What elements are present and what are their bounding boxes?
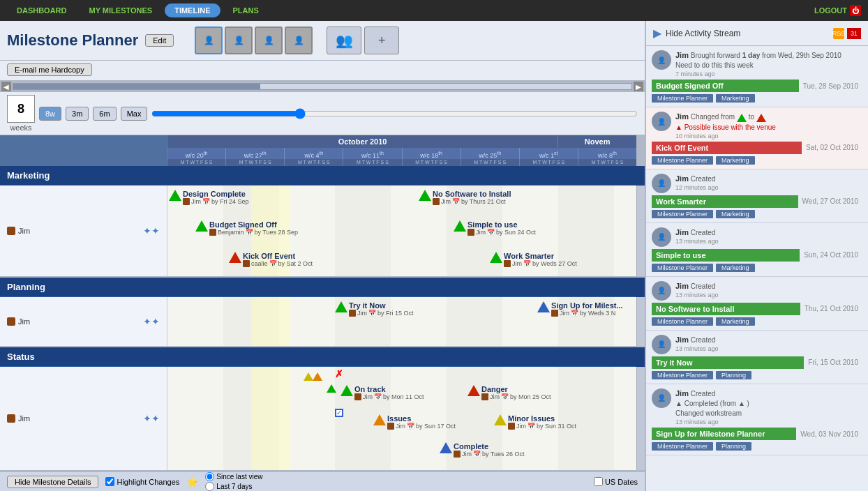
milestone-issues-info: Issues Jim 📅 by Sun 17 Oct — [387, 414, 456, 430]
cal-icon-s5: 📅 — [473, 451, 481, 458]
hide-milestone-btn[interactable]: Hide Milestone Details — [7, 476, 98, 488]
edit-button[interactable]: Edit — [145, 34, 174, 47]
status-stars-icon[interactable]: ✦✦ — [143, 413, 160, 424]
activity-milestone-row-5: No Software to Install Thu, 21 Oct 2010 — [652, 303, 862, 315]
status-cluster2 — [313, 372, 322, 383]
status-checkbox[interactable]: ✓ — [335, 409, 343, 417]
milestone-worksmarter[interactable]: Work Smarter Jim 📅 by Weds 27 Oct — [490, 252, 577, 267]
marketing-user-dot — [7, 227, 15, 235]
marketing-jim-row: Jim ✦✦ Design Comple — [0, 186, 645, 278]
activity-item-su-header: 👤 Jim Created ▲ Completed (from ▲ ) Chan… — [652, 388, 862, 425]
activity-tag-6a: Milestone Planner — [652, 371, 713, 379]
tri-yellow-1 — [304, 372, 313, 381]
milestone-minor[interactable]: Minor Issues Jim 📅 by Sun 31 Oct — [494, 414, 576, 430]
activity-milestone-row-7: Sign Up for Milestone Planner Wed, 03 No… — [652, 428, 862, 440]
scroll-right-arrow[interactable]: ▶ — [634, 82, 643, 91]
avatar-2[interactable]: 👤 — [225, 27, 253, 54]
highlight-changes-checkbox[interactable] — [105, 477, 114, 486]
activity-tag-6b: Planning — [716, 371, 751, 379]
since-last-view-label[interactable]: Since last view — [205, 472, 262, 481]
nav-plans[interactable]: PLANS — [223, 3, 269, 17]
btn-max[interactable]: Max — [121, 107, 148, 121]
mi-dot-6 — [504, 260, 511, 267]
status-label: Status — [0, 347, 167, 367]
us-dates-label[interactable]: US Dates — [594, 477, 638, 486]
last-7-days-label[interactable]: Last 7 days — [205, 482, 262, 491]
timeline-header: October 2010 Novem w/c 20th w/c 27th w/c… — [0, 135, 645, 166]
marketing-stars-icon[interactable]: ✦✦ — [143, 225, 160, 236]
nav-my-milestones[interactable]: MY MILESTONES — [80, 3, 163, 17]
us-dates-checkbox[interactable] — [594, 477, 603, 486]
milestone-complete[interactable]: Complete Jim 📅 by Tues 26 Oct — [440, 442, 525, 458]
header-area: Milestone Planner Edit 👤 👤 👤 👤 👥 + — [0, 21, 645, 61]
status-timeline[interactable]: ✗ ✓ — [167, 367, 636, 470]
avatar-3[interactable]: 👤 — [255, 27, 283, 54]
last-7-days-radio[interactable] — [205, 482, 214, 491]
email-button[interactable]: E-mail me Hardcopy — [7, 63, 92, 76]
milestone-signup[interactable]: Sign Up for Milest... Jim 📅 by Weds 3 N — [537, 301, 623, 317]
nav-timeline[interactable]: TIMELINE — [165, 3, 220, 17]
horizontal-scrollbar[interactable]: ◀ ▶ — [0, 81, 645, 92]
milestone-complete-detail: Jim 📅 by Tues 26 Oct — [454, 451, 525, 458]
week-8: w/c 8th — [578, 148, 636, 159]
milestone-issues-detail: Jim 📅 by Sun 17 Oct — [387, 423, 456, 430]
activity-content-7: Jim Created ▲ Completed (from ▲ ) Change… — [675, 388, 862, 425]
avatar-4[interactable]: 👤 — [285, 27, 313, 54]
marketing-user-info: Jim — [7, 227, 30, 235]
activity-item-nosoftware: 👤 Jim Created 13 minutes ago No Software… — [646, 277, 868, 331]
activity-milestone-row-6: Try it Now Fri, 15 Oct 2010 — [652, 356, 862, 369]
milestone-budget[interactable]: Budget Signed Off Benjamin 📅 by Tues 28 … — [195, 220, 298, 236]
btn-3m[interactable]: 3m — [66, 107, 89, 121]
milestone-nosoftware[interactable]: No Software to Install Jim 📅 by Thurs 21… — [419, 190, 511, 205]
milestone-design-complete[interactable]: Design Complete Jim 📅 by Fri 24 Sep — [169, 190, 249, 205]
activity-bold-1: 1 day — [742, 52, 761, 59]
milestone-tryitnow[interactable]: Try it Now Jim 📅 by Fri 15 Oct — [335, 301, 414, 317]
activity-user-2: Jim — [675, 112, 689, 121]
planning-stars-icon[interactable]: ✦✦ — [143, 316, 160, 327]
mi-dot-s5 — [454, 451, 461, 458]
days-7: M T W T F S S — [520, 159, 578, 166]
milestone-issues[interactable]: Issues Jim 📅 by Sun 17 Oct — [373, 414, 456, 430]
milestone-design-complete-name: Design Complete — [183, 190, 249, 198]
cal-icon-p2: 📅 — [571, 310, 578, 317]
milestone-ontrack-info: On track Jim 📅 by Mon 11 Oct — [354, 385, 424, 400]
activity-date-7: Wed, 03 Nov 2010 — [796, 428, 862, 440]
logout-button[interactable]: LOGOUT ⏻ — [814, 5, 861, 16]
activity-avatar-1: 👤 — [652, 50, 671, 70]
tri-simple — [454, 220, 466, 232]
milestone-simple[interactable]: Simple to use Jim 📅 by Sun 24 Oct — [454, 220, 536, 236]
days-8: M T W T F S S — [578, 159, 636, 166]
nav-dashboard[interactable]: DASHBOARD — [7, 3, 77, 17]
cal-icon-2: 📅 — [246, 229, 253, 236]
milestone-worksmarter-detail: Jim 📅 by Weds 27 Oct — [504, 260, 577, 267]
milestone-kickoff[interactable]: Kick Off Event caalie 📅 by Sat 2 Oct — [229, 252, 313, 267]
avatar-1[interactable]: 👤 — [195, 27, 223, 54]
last-7-days-text: Last 7 days — [216, 483, 252, 490]
milestone-budget-name: Budget Signed Off — [209, 220, 298, 229]
btn-6m[interactable]: 6m — [93, 107, 116, 121]
days-4: M T W T F S S — [343, 159, 402, 166]
planning-timeline[interactable]: Try it Now Jim 📅 by Fri 15 Oct — [167, 297, 636, 346]
weeks-label: weeks — [10, 123, 31, 132]
hide-stream-button[interactable]: Hide Activity Stream — [666, 29, 740, 38]
weeks-value: 8 — [7, 95, 35, 123]
activity-content-4: Jim Created 13 minutes ago — [675, 227, 862, 245]
activity-avatar-3: 👤 — [652, 174, 671, 193]
avatar-group: 👤 👤 👤 👤 — [195, 27, 313, 54]
activity-milestone-bar-1: Budget Signed Off — [652, 80, 799, 92]
us-dates-text: US Dates — [605, 478, 638, 486]
activity-text-6: Jim Created — [675, 335, 862, 345]
timeline-slider[interactable] — [151, 109, 638, 119]
btn-8w[interactable]: 8w — [39, 107, 61, 121]
activity-user-3: Jim — [675, 174, 689, 183]
milestone-ontrack[interactable]: On track Jim 📅 by Mon 11 Oct — [341, 385, 424, 400]
activity-tag-4b: Marketing — [716, 264, 755, 272]
since-last-view-radio[interactable] — [205, 472, 214, 481]
marketing-timeline[interactable]: Design Complete Jim 📅 by Fri 24 Sep — [167, 186, 636, 276]
add-user-button[interactable]: + — [364, 27, 399, 54]
milestone-nosoftware-detail: Jim 📅 by Thurs 21 Oct — [433, 198, 511, 205]
scroll-track[interactable] — [13, 83, 632, 90]
scroll-left-arrow[interactable]: ◀ — [1, 82, 11, 91]
milestone-danger[interactable]: Danger Jim 📅 by Mon 25 Oct — [467, 385, 551, 400]
highlight-changes-label[interactable]: Highlight Changes — [105, 477, 179, 486]
